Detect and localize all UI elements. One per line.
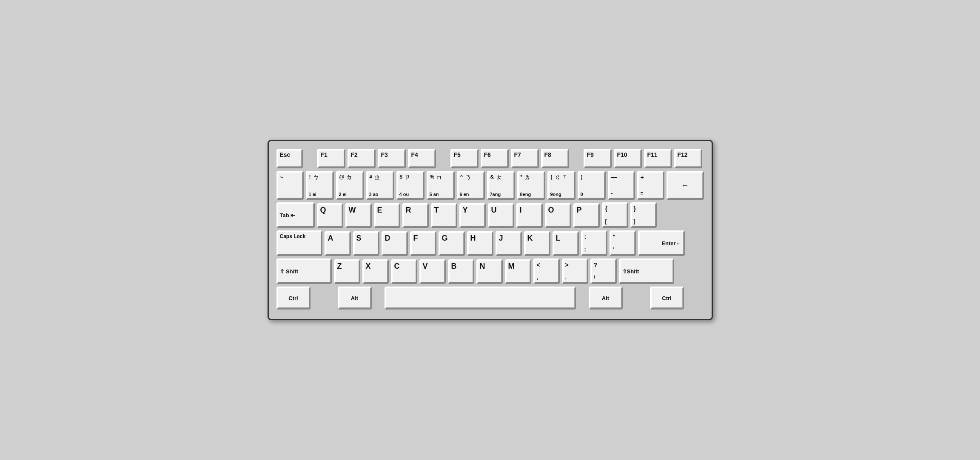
- key-h[interactable]: H: [467, 231, 493, 256]
- key-f10[interactable]: F10: [614, 149, 642, 168]
- key-space[interactable]: [385, 287, 576, 310]
- bottom-row: Ctrl Alt Alt Ctrl: [276, 287, 704, 310]
- key-q[interactable]: Q: [317, 203, 343, 228]
- key-j[interactable]: J: [496, 231, 522, 256]
- key-f8[interactable]: F8: [541, 149, 569, 168]
- key-blank-2: [374, 287, 382, 310]
- key-f4[interactable]: F4: [408, 149, 436, 168]
- key-z[interactable]: Z: [334, 259, 360, 284]
- key-alt-left[interactable]: Alt: [338, 287, 372, 310]
- key-g[interactable]: G: [439, 231, 465, 256]
- key-blank-4: [625, 287, 648, 310]
- key-s[interactable]: S: [353, 231, 379, 256]
- key-8[interactable]: * ㄌ 8eng: [517, 171, 545, 200]
- key-w[interactable]: W: [345, 203, 372, 228]
- key-f3[interactable]: F3: [378, 149, 406, 168]
- fn-row: Esc F1 F2 F3 F4 F5 F6 F7 F8 F9: [276, 149, 704, 168]
- home-row: Caps Lock A S D F G H J K L : ;: [276, 230, 704, 256]
- key-ctrl-right[interactable]: Ctrl: [650, 287, 684, 310]
- key-alt-right[interactable]: Alt: [589, 287, 623, 310]
- key-comma[interactable]: < ,: [533, 258, 560, 284]
- key-m[interactable]: M: [505, 259, 531, 284]
- key-f12[interactable]: F12: [674, 149, 702, 168]
- number-row: ~ ! ㄅ 1 ai @ ㄉ 2 ei # ㄓ: [276, 171, 704, 200]
- key-v[interactable]: V: [419, 259, 446, 284]
- key-n[interactable]: N: [476, 259, 503, 284]
- key-ctrl-left[interactable]: Ctrl: [276, 287, 311, 310]
- key-e[interactable]: E: [374, 203, 400, 228]
- key-i[interactable]: I: [516, 203, 543, 228]
- key-quote[interactable]: " ': [610, 230, 636, 256]
- key-f1[interactable]: F1: [317, 149, 345, 168]
- key-slash[interactable]: ? /: [590, 258, 617, 284]
- key-caps-lock[interactable]: Caps Lock: [276, 230, 322, 256]
- key-4[interactable]: $ ㄗ 4 ou: [396, 171, 424, 200]
- key-blank-3: [578, 287, 587, 310]
- key-d[interactable]: D: [382, 231, 408, 256]
- key-enter[interactable]: Enter←: [638, 230, 685, 256]
- key-6[interactable]: ^ ㄋ 6 en: [457, 171, 485, 200]
- key-o[interactable]: O: [545, 203, 571, 228]
- keyboard: Esc F1 F2 F3 F4 F5 F6 F7 F8 F9: [268, 140, 713, 320]
- key-l[interactable]: L: [553, 231, 579, 256]
- key-backspace[interactable]: ←: [667, 171, 704, 200]
- key-f9[interactable]: F9: [584, 149, 612, 168]
- key-tilde[interactable]: ~: [276, 171, 304, 200]
- key-u[interactable]: U: [488, 203, 514, 228]
- key-tab[interactable]: Tab ⇤: [276, 202, 315, 228]
- key-shift-left[interactable]: ⇧ Shift: [276, 258, 332, 284]
- key-t[interactable]: T: [431, 203, 457, 228]
- qwerty-row: Tab ⇤ Q W E R T Y U I O P: [276, 202, 704, 228]
- key-period[interactable]: > .: [562, 258, 588, 284]
- key-blank-1: [313, 287, 336, 310]
- key-esc[interactable]: Esc: [276, 149, 303, 168]
- key-c[interactable]: C: [391, 259, 417, 284]
- key-k[interactable]: K: [524, 231, 550, 256]
- key-shift-right[interactable]: ⇧Shift: [619, 258, 674, 284]
- key-f5[interactable]: F5: [450, 149, 479, 168]
- key-f6[interactable]: F6: [481, 149, 509, 168]
- key-a[interactable]: A: [325, 231, 351, 256]
- key-x[interactable]: X: [362, 259, 389, 284]
- key-7[interactable]: & ㄊ 7ang: [487, 171, 515, 200]
- key-1[interactable]: ! ㄅ 1 ai: [306, 171, 334, 200]
- key-f7[interactable]: F7: [511, 149, 539, 168]
- key-9[interactable]: ( ㄍ ㄒ 9ong: [547, 171, 575, 200]
- key-y[interactable]: Y: [459, 203, 486, 228]
- key-equals[interactable]: + =: [637, 171, 664, 200]
- shift-row: ⇧ Shift Z X C V B N M < , > .: [276, 258, 704, 284]
- key-bracket-right[interactable]: } ]: [630, 202, 657, 228]
- key-bracket-left[interactable]: { [: [602, 202, 628, 228]
- key-3[interactable]: # ㄓ 3 ao: [366, 171, 394, 200]
- key-b[interactable]: B: [448, 259, 474, 284]
- key-minus[interactable]: — -: [608, 171, 635, 200]
- key-p[interactable]: P: [573, 203, 600, 228]
- key-5[interactable]: % ㄇ 5 an: [427, 171, 455, 200]
- key-0[interactable]: ) 0: [578, 171, 606, 200]
- key-2[interactable]: @ ㄉ 2 ei: [336, 171, 364, 200]
- key-f2[interactable]: F2: [348, 149, 376, 168]
- key-semicolon[interactable]: : ;: [581, 230, 607, 256]
- key-f11[interactable]: F11: [644, 149, 672, 168]
- key-f[interactable]: F: [410, 231, 436, 256]
- key-r[interactable]: R: [402, 203, 429, 228]
